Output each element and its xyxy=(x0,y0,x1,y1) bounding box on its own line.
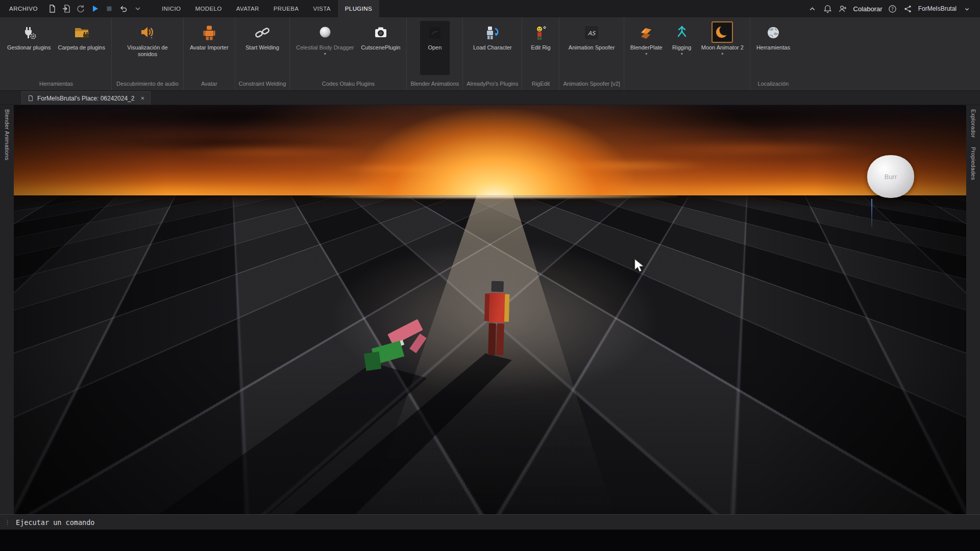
animation-spoofer-icon: AS xyxy=(582,23,601,42)
plugins-folder-icon xyxy=(72,23,91,42)
dock-tab-explorador[interactable]: Explorador xyxy=(970,109,976,138)
stop-button[interactable] xyxy=(103,3,116,15)
plugin-button-rigging[interactable]: Rigging▾ xyxy=(667,21,697,75)
sky-vignette xyxy=(14,105,966,195)
manage-plugins-icon xyxy=(19,23,39,42)
ribbon-group-descubrimiento-de-audio: Visualización de sonidosDescubrimiento d… xyxy=(111,17,183,90)
ribbon-group-codes-otaku-plugins: Celestial Body Dragger▾CutscenePluginCod… xyxy=(289,17,406,90)
drag-handle-icon[interactable]: ⋮ xyxy=(4,518,11,526)
selection-axis-line xyxy=(871,199,872,228)
svg-text:?: ? xyxy=(891,6,894,11)
ribbon-group-label: Herramientas xyxy=(5,78,108,90)
plugin-button-gestionar-plugins[interactable]: Gestionar plugins xyxy=(5,21,54,75)
plugin-button-animation-spoofer[interactable]: ASAnimation Spoofer xyxy=(566,21,618,75)
collaborate-person-icon[interactable] xyxy=(838,4,848,14)
fallen-green-block xyxy=(364,352,381,371)
plugin-button-avatar-importer[interactable]: Avatar Importer xyxy=(187,21,231,75)
blender-open-icon xyxy=(425,23,445,42)
sync-icon xyxy=(77,5,85,13)
plugin-button-cutsceneplugin[interactable]: CutscenePlugin xyxy=(358,21,403,75)
undo-icon xyxy=(119,5,128,13)
undo-button[interactable] xyxy=(117,3,130,15)
plugin-button-edit-rig[interactable]: Edit Rig xyxy=(526,21,555,75)
ribbon-group-localizaci-n: HerramientasLocalización xyxy=(750,17,796,90)
caret-down-icon xyxy=(134,5,142,13)
menu-tabs: INICIOMODELOAVATARPRUEBAVISTAPLUGINS xyxy=(155,0,379,17)
redo-dropdown[interactable] xyxy=(132,3,144,15)
edit-rig-icon xyxy=(531,23,550,42)
plugin-button-label: Gestionar plugins xyxy=(7,44,51,51)
document-tab-bar: ForMeIsBrutal's Place: 06242024_2 × xyxy=(0,91,980,105)
plugin-button-carpeta-de-plugins[interactable]: Carpeta de plugins xyxy=(56,21,108,75)
ribbon-group-label: RigEdit xyxy=(526,78,555,90)
help-icon[interactable]: ? xyxy=(888,4,898,14)
notifications-bell-icon[interactable] xyxy=(823,4,833,14)
rigging-icon xyxy=(672,23,692,42)
plugin-button-label: Celestial Body Dragger xyxy=(296,44,354,51)
fallen-pink-limb xyxy=(409,334,427,354)
document-icon xyxy=(28,95,34,102)
collaborate-label[interactable]: Colaborar xyxy=(853,5,883,13)
character-right-leg xyxy=(496,323,504,355)
plugin-button-label: Edit Rig xyxy=(531,44,551,51)
menu-tab-avatar[interactable]: AVATAR xyxy=(229,0,266,17)
letterbox xyxy=(0,530,980,551)
blenderplate-icon xyxy=(636,23,656,42)
plugin-button-label: CutscenePlugin xyxy=(361,44,400,51)
plugin-button-label: Moon Animator 2 xyxy=(701,44,744,51)
plugin-button-open[interactable]: Open xyxy=(420,21,450,75)
account-name[interactable]: ForMeIsBrutal xyxy=(918,5,957,12)
import-file-icon xyxy=(62,5,70,13)
menu-tab-prueba[interactable]: PRUEBA xyxy=(266,0,306,17)
sync-button[interactable] xyxy=(75,3,87,15)
place-tab[interactable]: ForMeIsBrutal's Place: 06242024_2 × xyxy=(21,91,151,105)
mouse-cursor xyxy=(632,258,647,273)
sound-visualization-icon xyxy=(138,23,157,42)
plugin-button-load-character[interactable]: Load Character xyxy=(471,21,514,75)
collapse-ribbon-button[interactable] xyxy=(807,4,818,14)
share-icon[interactable] xyxy=(903,4,913,14)
character-standing[interactable] xyxy=(483,281,510,358)
moon-animator-icon xyxy=(712,21,733,43)
plugin-button-label: Start Welding xyxy=(246,44,279,51)
plugin-button-moon-animator-2[interactable]: Moon Animator 2▾ xyxy=(699,21,746,75)
plugin-button-start-welding[interactable]: Start Welding xyxy=(243,21,282,75)
import-file-button[interactable] xyxy=(60,3,73,15)
menu-archivo[interactable]: ARCHIVO xyxy=(4,6,43,12)
dropdown-caret-icon: ▾ xyxy=(645,52,647,56)
ribbon-group-label: AlreadyPro's Plugins xyxy=(467,78,518,90)
menu-tab-inicio[interactable]: INICIO xyxy=(155,0,188,17)
cutscene-camera-icon xyxy=(371,23,390,42)
plugin-button-celestial-body-dragger[interactable]: Celestial Body Dragger▾ xyxy=(293,21,356,75)
play-button[interactable] xyxy=(89,3,102,15)
menu-tab-vista[interactable]: VISTA xyxy=(306,0,337,17)
dock-tab-blender-animations[interactable]: Blender Animations xyxy=(4,109,10,160)
character-fallen[interactable] xyxy=(365,322,439,381)
viewport-3d[interactable]: Burr xyxy=(14,105,966,514)
plugin-button-visualizaci-n-de-sonidos[interactable]: Visualización de sonidos xyxy=(115,21,180,75)
new-file-button[interactable] xyxy=(46,3,59,15)
ribbon-group-rigedit: Edit RigRigEdit xyxy=(522,17,559,90)
plugins-ribbon: Gestionar pluginsCarpeta de pluginsHerra… xyxy=(0,17,980,91)
ribbon-group-herramientas: Gestionar pluginsCarpeta de pluginsHerra… xyxy=(1,17,111,90)
command-input[interactable]: Ejecutar un comando xyxy=(16,518,94,527)
menu-tab-modelo[interactable]: MODELO xyxy=(188,0,229,17)
plugin-button-label: Carpeta de plugins xyxy=(58,44,105,51)
account-caret-icon[interactable] xyxy=(962,4,972,14)
plugin-button-label: Open xyxy=(428,44,442,51)
cylinder-part[interactable]: Burr xyxy=(867,155,914,198)
ribbon-group-misc: BlenderPlate▾Rigging▾Moon Animator 2▾ xyxy=(624,17,750,90)
plugin-button-herramientas[interactable]: Herramientas xyxy=(754,21,793,75)
play-icon xyxy=(91,5,99,13)
dock-tab-propiedades[interactable]: Propiedades xyxy=(970,147,976,180)
top-menu-bar: ARCHIVO INICIOMODELOAVATARPRUEBAVISTAPLU… xyxy=(0,0,980,17)
left-dock-strip: Blender Animations xyxy=(0,105,14,514)
dropdown-caret-icon: ▾ xyxy=(721,52,723,56)
menu-tab-plugins[interactable]: PLUGINS xyxy=(338,0,379,17)
avatar-importer-icon xyxy=(200,23,219,42)
ribbon-group-label: Blender Animations xyxy=(410,78,459,90)
plugin-button-blenderplate[interactable]: BlenderPlate▾ xyxy=(628,21,665,75)
close-tab-icon[interactable]: × xyxy=(140,94,144,102)
ribbon-group-constraint-welding: Start WeldingConstraint Welding xyxy=(235,17,290,90)
character-torso xyxy=(489,293,505,323)
